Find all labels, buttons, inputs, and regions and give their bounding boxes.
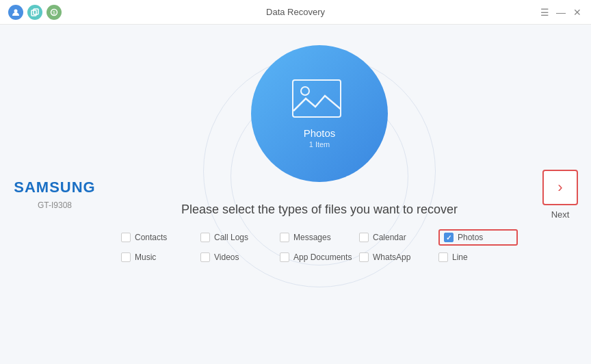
window-title: Data Recovery xyxy=(266,7,325,17)
right-panel: › Next xyxy=(529,25,591,364)
shield-icon[interactable]: $ xyxy=(47,5,62,20)
checkboxes-area: Contacts Call Logs Messages Calendar Pho… xyxy=(121,229,518,262)
left-panel: SAMSUNG GT-I9308 xyxy=(0,25,109,364)
checkbox-line[interactable]: Line xyxy=(438,252,518,262)
checkbox-calendar-box[interactable] xyxy=(359,233,369,242)
checkbox-videos-box[interactable] xyxy=(200,252,210,262)
checkbox-calllogs-label: Call Logs xyxy=(214,233,248,242)
feature-circle: Photos 1 Item xyxy=(251,45,388,182)
next-button[interactable]: › xyxy=(542,170,578,205)
checkbox-contacts-label: Contacts xyxy=(135,233,167,242)
svg-text:$: $ xyxy=(53,10,55,15)
checkbox-whatsapp-label: WhatsApp xyxy=(373,252,410,262)
checkbox-appdocuments[interactable]: App Documents xyxy=(280,252,359,262)
photo-icon xyxy=(292,79,347,120)
checkbox-music-label: Music xyxy=(135,252,156,262)
close-button[interactable]: ✕ xyxy=(572,7,583,18)
instruction-text: Please select the types of files you wan… xyxy=(181,203,458,217)
window-controls[interactable]: ☰ — ✕ xyxy=(539,7,583,18)
device-id: GT-I9308 xyxy=(38,200,72,210)
checkbox-line-label: Line xyxy=(452,252,468,262)
feature-label: Photos xyxy=(304,127,336,139)
feature-count: 1 Item xyxy=(309,140,330,148)
next-arrow-icon: › xyxy=(557,179,562,196)
checkbox-calendar-label: Calendar xyxy=(373,233,406,242)
checkbox-messages-box[interactable] xyxy=(280,233,289,242)
title-bar: $ Data Recovery ☰ — ✕ xyxy=(0,0,591,25)
person-icon[interactable] xyxy=(8,5,23,20)
title-bar-left: $ xyxy=(8,5,62,20)
menu-button[interactable]: ☰ xyxy=(539,7,550,18)
checkbox-videos-label: Videos xyxy=(214,252,239,262)
checkbox-contacts-box[interactable] xyxy=(121,233,131,242)
checkbox-whatsapp-box[interactable] xyxy=(359,252,369,262)
checkbox-photos[interactable]: Photos xyxy=(438,229,518,246)
svg-point-0 xyxy=(14,9,18,12)
checkbox-messages[interactable]: Messages xyxy=(280,229,359,246)
copy-icon[interactable] xyxy=(27,5,42,20)
main-area: SAMSUNG GT-I9308 Photos 1 Item Please se… xyxy=(0,25,591,364)
checkbox-photos-label: Photos xyxy=(458,233,483,242)
photo-frame xyxy=(292,79,341,118)
checkbox-messages-label: Messages xyxy=(293,233,331,242)
checkbox-music[interactable]: Music xyxy=(121,252,200,262)
checkbox-photos-box[interactable] xyxy=(444,233,454,242)
brand-logo: SAMSUNG xyxy=(14,179,95,196)
checkbox-appdocuments-label: App Documents xyxy=(293,252,352,262)
checkbox-music-box[interactable] xyxy=(121,252,131,262)
checkbox-calllogs[interactable]: Call Logs xyxy=(200,229,280,246)
checkbox-videos[interactable]: Videos xyxy=(200,252,280,262)
minimize-button[interactable]: — xyxy=(555,7,566,18)
center-area: Photos 1 Item Please select the types of… xyxy=(109,25,529,364)
checkbox-calllogs-box[interactable] xyxy=(200,233,210,242)
checkbox-line-box[interactable] xyxy=(438,252,448,262)
checkbox-calendar[interactable]: Calendar xyxy=(359,229,438,246)
photo-mountain-svg xyxy=(293,92,341,112)
next-label: Next xyxy=(551,209,570,220)
checkbox-whatsapp[interactable]: WhatsApp xyxy=(359,252,438,262)
checkbox-appdocuments-box[interactable] xyxy=(280,252,289,262)
checkbox-contacts[interactable]: Contacts xyxy=(121,229,200,246)
